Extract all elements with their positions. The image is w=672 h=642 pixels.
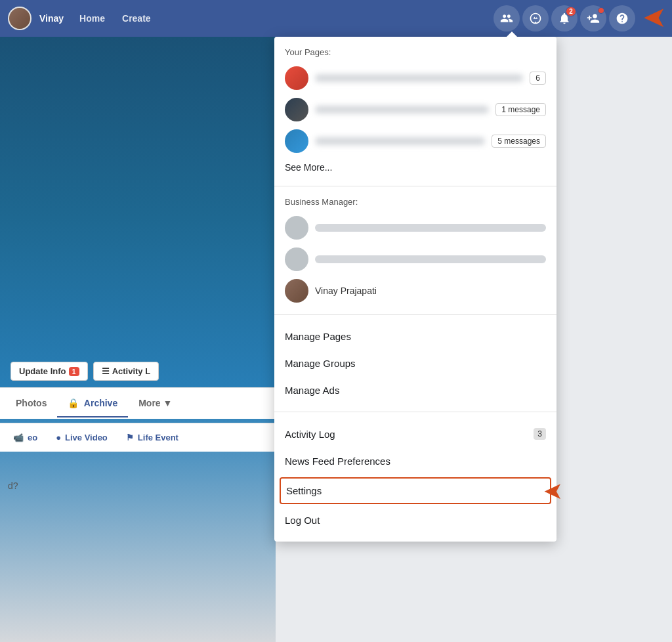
log-out-label: Log Out [285, 515, 320, 526]
tab-photos[interactable]: Photos [5, 390, 57, 417]
bottom-text: d? [8, 481, 18, 491]
page-item-1[interactable]: 6 [274, 62, 556, 94]
left-bottom-text: d? [8, 481, 18, 491]
bm-avatar-1 [285, 216, 308, 240]
avatar-image [9, 8, 30, 29]
nav-create[interactable]: Create [114, 8, 159, 29]
settings-item[interactable]: Settings [280, 477, 551, 504]
activity-log-button[interactable]: ☰ Activity L [93, 362, 159, 381]
help-icon-btn[interactable] [609, 5, 635, 32]
business-manager-section: Business Manager: Vinay Prajapati [274, 186, 556, 315]
your-pages-section: Your Pages: 6 1 message 5 messages See M… [274, 37, 556, 186]
friend-requests-icon [587, 12, 600, 25]
live-video-icon: ● [56, 433, 61, 442]
tab-photos-label: Photos [16, 398, 47, 408]
bm-name-1 [315, 224, 546, 232]
tab-archive[interactable]: 🔒 Archive [57, 390, 128, 417]
video-icon: 📹 [13, 433, 24, 442]
update-info-label: Update Info [19, 366, 66, 376]
bm-name-2 [315, 255, 546, 263]
subtab-live-video[interactable]: ● Live Video [48, 427, 116, 448]
tab-archive-label: Archive [84, 398, 117, 408]
notifications-badge: 2 [566, 7, 576, 16]
page-name-1 [315, 74, 523, 82]
navbar-left: Vinay Home Create [8, 7, 159, 30]
main-area: Update Info 1 ☰ Activity L Photos 🔒 Arch… [0, 37, 672, 642]
settings-label: Settings [286, 485, 322, 496]
bm-item-1[interactable] [274, 212, 556, 244]
subtab-video[interactable]: 📹 eo [5, 427, 45, 448]
manage-ads-label: Manage Ads [285, 385, 339, 396]
page-badge-1: 6 [530, 72, 546, 85]
news-feed-item[interactable]: News Feed Preferences [274, 448, 556, 475]
notifications-icon-btn[interactable]: 2 [551, 5, 578, 32]
messenger-icon [529, 12, 542, 25]
your-pages-label: Your Pages: [274, 45, 556, 62]
activity-log-label: Activity L [112, 366, 151, 376]
page-item-3[interactable]: 5 messages [274, 125, 556, 157]
tab-more-label: More [138, 398, 160, 408]
avatar[interactable] [8, 7, 32, 30]
page-avatar-3 [285, 129, 308, 153]
manage-ads-item[interactable]: Manage Ads [274, 377, 556, 404]
activity-log-count: 3 [534, 428, 546, 440]
friends-icon-btn[interactable] [494, 5, 520, 32]
manage-pages-item[interactable]: Manage Pages [274, 323, 556, 350]
nav-icons: 2 [494, 5, 664, 32]
nav-home[interactable]: Home [72, 8, 113, 29]
page-avatar-1 [285, 66, 308, 90]
settings-row: Settings ➤ [274, 477, 556, 504]
see-more-link[interactable]: See More... [274, 157, 556, 178]
news-feed-label: News Feed Preferences [285, 456, 390, 467]
subtab-video-label: eo [28, 433, 37, 442]
sub-tabs: 📹 eo ● Live Video ⚑ Life Event [0, 423, 276, 452]
update-info-badge: 1 [69, 367, 79, 376]
profile-cover [0, 37, 276, 642]
friend-requests-btn[interactable] [580, 5, 606, 32]
bm-vinay[interactable]: Vinay Prajapati [274, 275, 556, 307]
manage-section: Manage Pages Manage Groups Manage Ads [274, 315, 556, 412]
log-out-item[interactable]: Log Out [274, 507, 556, 534]
business-manager-label: Business Manager: [274, 194, 556, 212]
subtab-life-label: Life Event [138, 433, 178, 442]
manage-pages-label: Manage Pages [285, 331, 351, 342]
subtab-life-event[interactable]: ⚑ Life Event [118, 427, 186, 448]
manage-groups-label: Manage Groups [285, 358, 356, 369]
tab-more[interactable]: More ▼ [128, 390, 182, 417]
page-name-2 [315, 106, 489, 114]
help-icon [616, 12, 629, 25]
page-name-3 [315, 137, 485, 145]
profile-tabs: Photos 🔒 Archive More ▼ [0, 387, 276, 419]
bm-vinay-name: Vinay Prajapati [315, 286, 546, 296]
bm-avatar-2 [285, 247, 308, 271]
life-event-icon: ⚑ [126, 433, 134, 442]
account-dropdown: Your Pages: 6 1 message 5 messages See M… [274, 37, 556, 542]
page-item-2[interactable]: 1 message [274, 94, 556, 125]
arrow-annotation: ➤ [642, 3, 667, 32]
page-badge-3: 5 messages [492, 135, 546, 148]
bm-vinay-avatar [285, 279, 308, 303]
nav-links: Home Create [72, 8, 159, 29]
page-avatar-2 [285, 98, 308, 121]
navbar: Vinay Home Create 2 [0, 0, 672, 37]
activity-log-menu-label: Activity Log [285, 429, 335, 440]
manage-groups-item[interactable]: Manage Groups [274, 350, 556, 377]
messenger-icon-btn[interactable] [522, 5, 549, 32]
profile-action-bar: Update Info 1 ☰ Activity L [0, 356, 169, 386]
update-info-button[interactable]: Update Info 1 [10, 362, 88, 381]
lock-icon: 🔒 [68, 398, 79, 408]
page-badge-2: 1 message [495, 103, 546, 116]
requests-dot [598, 7, 604, 14]
activity-log-item[interactable]: Activity Log 3 [274, 420, 556, 448]
subtab-live-label: Live Video [65, 433, 108, 442]
list-icon: ☰ [102, 366, 110, 376]
friends-icon [500, 12, 513, 25]
chevron-more-icon: ▼ [163, 398, 173, 408]
nav-username: Vinay [39, 13, 64, 24]
settings-section: Activity Log 3 News Feed Preferences Set… [274, 412, 556, 542]
bm-item-2[interactable] [274, 244, 556, 275]
